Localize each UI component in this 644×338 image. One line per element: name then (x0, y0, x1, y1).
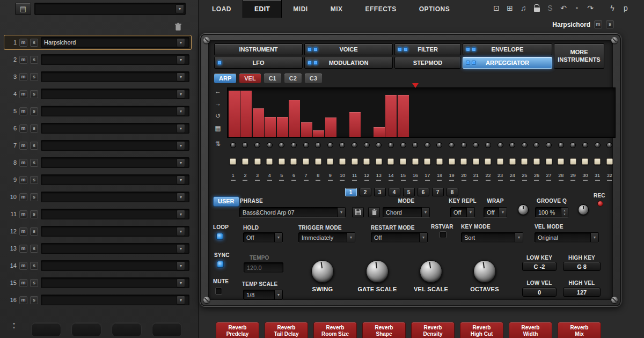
step-knob[interactable] (312, 141, 324, 149)
mute-button[interactable]: m (19, 142, 27, 150)
mute-button[interactable]: m (19, 159, 27, 167)
step-knob[interactable] (227, 141, 239, 149)
mute-button[interactable]: m (19, 210, 27, 218)
history-dot-icon[interactable]: • (573, 3, 581, 13)
low-key-value[interactable]: C -2 (522, 262, 557, 271)
nav-filter[interactable]: FILTER (394, 43, 461, 55)
step-bar[interactable] (482, 89, 494, 137)
loop-led[interactable] (216, 233, 223, 240)
step-bar[interactable] (603, 89, 615, 137)
step-bar[interactable] (579, 89, 591, 137)
solo-button[interactable]: s (30, 39, 38, 47)
track-name-field[interactable]: ▾ (41, 140, 189, 151)
tile-windows-icon[interactable]: ⊞ (506, 3, 514, 13)
step-checkbox[interactable] (276, 158, 288, 165)
wrap-select[interactable]: Off ▾ (484, 207, 507, 217)
spinner-down-icon[interactable]: ▼ (564, 212, 566, 216)
nav-lfo[interactable]: LFO (214, 57, 303, 69)
step-knob[interactable] (324, 141, 336, 149)
step-knob[interactable] (385, 141, 397, 149)
step-knob[interactable] (579, 141, 591, 149)
step-bar[interactable] (494, 89, 506, 137)
mute-button[interactable]: m (19, 227, 27, 236)
pattern-grid-icon[interactable]: ▦ (213, 124, 223, 133)
step-bar[interactable] (397, 89, 409, 137)
track-row[interactable]: 5ms▾ (4, 104, 191, 118)
arp-tab-arp[interactable]: ARP (214, 74, 236, 83)
step-checkbox[interactable] (324, 158, 336, 165)
step-knob[interactable] (373, 141, 385, 149)
track-row[interactable]: 9ms▾ (4, 173, 191, 187)
groove-amount-knob[interactable] (518, 204, 529, 215)
solo-button[interactable]: s (30, 296, 38, 304)
track-row[interactable]: 7ms▾ (4, 138, 191, 152)
step-knob[interactable] (567, 141, 580, 149)
step-knob[interactable] (555, 141, 567, 149)
step-checkbox[interactable] (543, 158, 555, 165)
solo-button[interactable]: s (30, 279, 38, 287)
step-knob[interactable] (445, 141, 458, 149)
temp-scale-select[interactable]: 1/8 ▾ (243, 290, 283, 300)
mute-button[interactable]: m (19, 296, 27, 304)
fx-slot-mix[interactable]: ReverbMix (558, 322, 601, 338)
track-name-field[interactable]: ▾ (41, 106, 189, 116)
tab-mix[interactable]: MIX (319, 0, 354, 18)
step-bar[interactable] (458, 89, 470, 137)
solo-button[interactable]: s (30, 245, 38, 253)
delete-layer-button[interactable] (174, 23, 183, 31)
step-bar[interactable] (506, 89, 518, 137)
step-checkbox[interactable] (348, 158, 361, 165)
step-knob[interactable] (348, 141, 361, 149)
mute-button[interactable]: m (19, 176, 27, 184)
step-checkbox[interactable] (421, 158, 434, 165)
step-knob[interactable] (264, 141, 276, 149)
mute-button[interactable]: m (594, 20, 602, 28)
step-bar[interactable] (554, 89, 567, 137)
solo-button[interactable]: s (30, 56, 38, 64)
track-row[interactable]: 16ms▾ (4, 293, 191, 307)
fx-slot-shape[interactable]: ReverbShape (362, 322, 406, 338)
step-checkbox[interactable] (300, 158, 312, 165)
chevron-down-icon[interactable]: ▾ (177, 158, 185, 167)
step-checkbox[interactable] (579, 158, 591, 165)
reset-pattern-icon[interactable]: ↺ (213, 112, 223, 120)
step-sequencer[interactable] (227, 87, 616, 138)
mute-button[interactable]: m (19, 90, 27, 98)
phrase-bank-8[interactable]: 8 (447, 188, 458, 196)
delete-phrase-button[interactable] (368, 207, 380, 217)
layer-stack-icon[interactable]: ▤ (15, 3, 31, 15)
track-row[interactable]: 10ms▾ (4, 190, 191, 204)
mute-button[interactable]: m (19, 245, 27, 253)
step-knob[interactable] (361, 141, 373, 149)
step-checkbox[interactable] (397, 158, 409, 165)
step-knob[interactable] (397, 141, 409, 149)
redo-icon[interactable]: ↷ (586, 3, 595, 13)
step-bar[interactable] (325, 89, 337, 137)
solo-button[interactable]: s (30, 73, 38, 81)
solo-button[interactable]: s (30, 227, 38, 236)
mute-button[interactable]: m (19, 262, 27, 270)
fx-slot-width[interactable]: ReverbWidth (509, 322, 552, 338)
arp-tab-c1[interactable]: C1 (264, 74, 281, 83)
step-checkbox[interactable] (518, 158, 531, 165)
step-bar[interactable] (373, 89, 385, 137)
high-vel-value[interactable]: 127 (563, 288, 601, 297)
phrase-select[interactable]: Bass&Chord Arp 07 ▾ (239, 207, 346, 217)
step-bar[interactable] (313, 89, 325, 137)
key-repl-select[interactable]: Off ▾ (450, 207, 475, 217)
step-knob[interactable] (300, 141, 312, 149)
step-checkbox[interactable] (506, 158, 518, 165)
track-name-field[interactable]: ▾ (41, 123, 189, 134)
solo-global-icon[interactable]: S (546, 3, 554, 13)
high-key-value[interactable]: G 8 (563, 262, 601, 271)
humanize-knob[interactable] (578, 204, 589, 215)
mute-button[interactable]: m (19, 39, 27, 47)
track-name-field[interactable]: ▾ (41, 54, 189, 65)
step-bar[interactable] (240, 89, 253, 137)
step-bar[interactable] (566, 89, 579, 137)
step-bar[interactable] (385, 89, 398, 137)
step-checkbox[interactable] (385, 158, 397, 165)
mute-button[interactable]: m (19, 56, 27, 64)
swing-knob[interactable] (311, 260, 334, 283)
phrase-bank-1[interactable]: 1 (345, 188, 357, 196)
